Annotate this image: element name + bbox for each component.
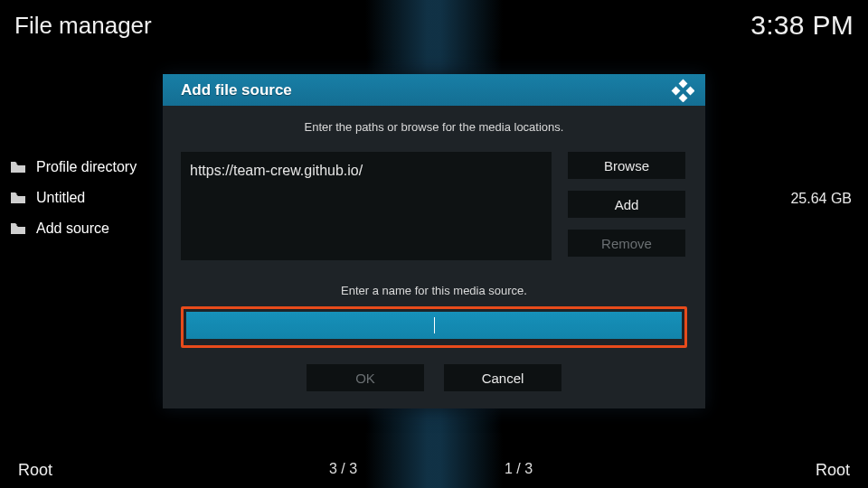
dialog-titlebar: Add file source	[163, 74, 705, 106]
cancel-button[interactable]: Cancel	[444, 364, 561, 391]
list-item-label: Profile directory	[36, 159, 137, 175]
path-entry[interactable]: https://team-crew.github.io/	[188, 163, 544, 179]
dialog-instruction: Enter the paths or browse for the media …	[181, 120, 687, 134]
folder-icon	[11, 223, 25, 234]
name-instruction: Enter a name for this media source.	[181, 284, 687, 297]
footer: Root Root 3 / 3 1 / 3	[0, 452, 868, 488]
ok-button: OK	[307, 364, 424, 391]
page-title: File manager	[14, 12, 152, 40]
footer-right-label: Root	[816, 461, 850, 480]
svg-rect-2	[686, 86, 694, 95]
footer-left-label: Root	[18, 461, 52, 480]
svg-rect-1	[672, 86, 681, 95]
clock: 3:38 PM	[750, 10, 854, 41]
kodi-logo-icon	[671, 79, 694, 102]
svg-rect-0	[679, 79, 688, 88]
path-list[interactable]: https://team-crew.github.io/	[181, 152, 552, 260]
source-name-field[interactable]	[181, 310, 687, 344]
remove-button: Remove	[568, 230, 685, 257]
footer-count-right: 1 / 3	[505, 461, 533, 477]
source-name-input[interactable]	[186, 312, 682, 339]
add-file-source-dialog: Add file source Enter the paths or brows…	[163, 74, 705, 408]
svg-rect-3	[679, 93, 688, 101]
storage-size: 25.64 GB	[790, 191, 852, 207]
footer-count-left: 3 / 3	[329, 461, 357, 477]
header: File manager 3:38 PM	[0, 9, 868, 42]
text-caret	[434, 317, 435, 333]
list-item-label: Untitled	[36, 190, 85, 206]
add-button[interactable]: Add	[568, 191, 685, 218]
folder-icon	[11, 192, 25, 203]
folder-icon	[11, 162, 25, 173]
list-item-label: Add source	[36, 221, 109, 237]
browse-button[interactable]: Browse	[568, 152, 685, 179]
dialog-title: Add file source	[181, 81, 292, 99]
